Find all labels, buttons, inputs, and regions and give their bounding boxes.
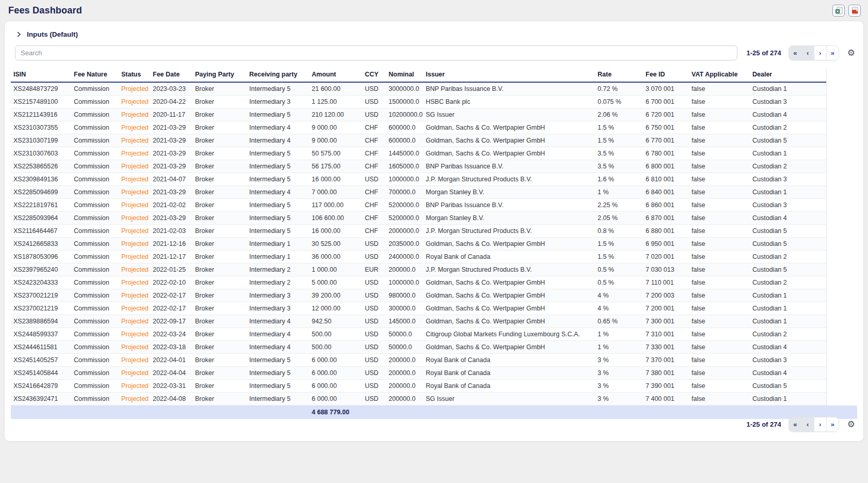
cell-fee-id: 7 390 001 <box>643 379 689 392</box>
column-header-vat-applicable[interactable]: VAT Applicable <box>689 69 750 82</box>
table-row[interactable]: XS2121143916CommissionProjected2020-11-1… <box>11 108 826 121</box>
column-header-fee-nature[interactable]: Fee Nature <box>71 69 119 82</box>
gear-icon: ⚙ <box>847 48 855 58</box>
table-row[interactable]: XS2309849136CommissionProjected2021-04-0… <box>11 173 826 185</box>
column-header-dealer[interactable]: Dealer <box>750 69 826 82</box>
cell-amount: 500.00 <box>309 328 362 340</box>
column-header-fee-date[interactable]: Fee Date <box>150 69 192 82</box>
table-row[interactable]: XS2423204333CommissionProjected2022-02-1… <box>11 276 826 289</box>
table-settings-button[interactable]: ⚙ <box>846 48 856 58</box>
total-amount: 4 688 779.00 <box>11 409 349 416</box>
search-input[interactable] <box>15 45 737 60</box>
table-row[interactable]: XS2389886594CommissionProjected2022-09-1… <box>11 315 826 328</box>
table-settings-button[interactable]: ⚙ <box>846 419 856 430</box>
previous-page-button[interactable]: ‹ <box>801 46 814 60</box>
inputs-section-label: Inputs (Default) <box>27 30 78 38</box>
cell-isin: XS2121143916 <box>11 108 71 121</box>
export-excel-button[interactable] <box>832 5 845 17</box>
table-row[interactable]: XS2310307603CommissionProjected2021-03-2… <box>11 147 826 160</box>
cell-receiving-party: Intermediary 4 <box>247 185 309 198</box>
cell-status: Projected <box>119 237 150 250</box>
gear-icon: ⚙ <box>847 419 855 429</box>
column-header-paying-party[interactable]: Paying Party <box>192 69 247 82</box>
table-row[interactable]: XS2253865526CommissionProjected2021-03-2… <box>11 160 826 173</box>
table-row[interactable]: XS2444611581CommissionProjected2022-03-1… <box>11 340 826 353</box>
first-page-button[interactable]: « <box>789 417 801 431</box>
previous-page-button[interactable]: ‹ <box>801 417 814 431</box>
next-page-button[interactable]: › <box>814 417 826 431</box>
table-row[interactable]: XS1878053096CommissionProjected2021-12-1… <box>11 250 826 263</box>
column-header-fee-id[interactable]: Fee ID <box>643 69 689 82</box>
cell-issuer: Goldman, Sachs & Co. Wertpapier GmbH <box>423 315 595 328</box>
column-header-nominal[interactable]: Nominal <box>386 69 423 82</box>
column-header-rate[interactable]: Rate <box>595 69 643 82</box>
cell-dealer: Custodian 3 <box>750 173 826 185</box>
first-page-button[interactable]: « <box>789 46 801 60</box>
cell-receiving-party: Intermediary 5 <box>247 198 309 211</box>
cell-amount: 56 175.00 <box>309 160 362 173</box>
table-row[interactable]: XS2285094699CommissionProjected2021-03-2… <box>11 185 826 198</box>
cell-rate: 0.65 % <box>595 315 643 328</box>
table-row[interactable]: XS2285093964CommissionProjected2021-03-2… <box>11 211 826 224</box>
pagination-buttons: « ‹ › » <box>789 417 839 432</box>
cell-isin: XS2253865526 <box>11 160 71 173</box>
cell-dealer: Custodian 3 <box>750 95 826 108</box>
column-header-ccy[interactable]: CCY <box>362 69 386 82</box>
next-page-button[interactable]: › <box>814 46 826 60</box>
table-row[interactable]: XS2451405257CommissionProjected2022-04-0… <box>11 353 826 366</box>
column-header-receiving-party[interactable]: Receiving party <box>247 69 309 82</box>
cell-isin: XS2416642879 <box>11 379 71 392</box>
cell-vat-applicable: false <box>689 224 750 237</box>
cell-receiving-party: Intermediary 3 <box>247 289 309 302</box>
cell-amount: 7 000.00 <box>309 185 362 198</box>
cell-issuer: Goldman, Sachs & Co. Wertpapier GmbH <box>423 340 595 353</box>
cell-vat-applicable: false <box>689 147 750 160</box>
cell-status: Projected <box>119 108 150 121</box>
cell-rate: 4 % <box>595 302 643 315</box>
cell-isin: XS2310307199 <box>11 134 71 147</box>
column-header-status[interactable]: Status <box>119 69 150 82</box>
cell-fee-nature: Commission <box>71 237 119 250</box>
table-row[interactable]: XS2370021219CommissionProjected2022-02-1… <box>11 289 826 302</box>
cell-fee-nature: Commission <box>71 160 119 173</box>
table-row[interactable]: XS2436392471CommissionProjected2022-04-0… <box>11 392 826 405</box>
table-row[interactable]: XS2370021219CommissionProjected2022-02-1… <box>11 302 826 315</box>
cell-issuer: SG Issuer <box>423 392 595 405</box>
last-page-button[interactable]: » <box>826 417 839 431</box>
table-row[interactable]: XS2221819761CommissionProjected2021-02-0… <box>11 198 826 211</box>
table-row[interactable]: XS2416642879CommissionProjected2022-03-3… <box>11 379 826 392</box>
last-page-button[interactable]: » <box>826 46 839 60</box>
column-header-issuer[interactable]: Issuer <box>423 69 595 82</box>
cell-receiving-party: Intermediary 5 <box>247 160 309 173</box>
inputs-section-toggle[interactable]: Inputs (Default) <box>11 28 857 45</box>
table-row[interactable]: XS2484873729CommissionProjected2023-03-2… <box>11 82 826 95</box>
cell-paying-party: Broker <box>192 198 247 211</box>
cell-ccy: USD <box>362 353 386 366</box>
cell-fee-nature: Commission <box>71 224 119 237</box>
cell-fee-id: 7 330 001 <box>643 340 689 353</box>
cell-receiving-party: Intermediary 1 <box>247 250 309 263</box>
table-row[interactable]: XS2310307355CommissionProjected2021-03-2… <box>11 121 826 134</box>
table-row[interactable]: XS2157489100CommissionProjected2020-04-2… <box>11 95 826 108</box>
column-header-isin[interactable]: ISIN <box>11 69 71 82</box>
column-header-amount[interactable]: Amount <box>309 69 362 82</box>
table-row[interactable]: XS2310307199CommissionProjected2021-03-2… <box>11 134 826 147</box>
cell-fee-nature: Commission <box>71 315 119 328</box>
table-row[interactable]: XS2116464467CommissionProjected2021-02-0… <box>11 224 826 237</box>
table-row[interactable]: XS2397965240CommissionProjected2022-01-2… <box>11 263 826 276</box>
cell-nominal: 1000000.0 <box>386 276 423 289</box>
cell-rate: 1 % <box>595 185 643 198</box>
cell-fee-id: 3 070 001 <box>643 82 689 95</box>
table-row[interactable]: XS2412665833CommissionProjected2021-12-1… <box>11 237 826 250</box>
cell-isin: XS2310307355 <box>11 121 71 134</box>
cell-rate: 1.5 % <box>595 237 643 250</box>
cell-rate: 1.5 % <box>595 121 643 134</box>
excel-export-icon <box>835 7 843 14</box>
cell-ccy: CHF <box>362 198 386 211</box>
cell-fee-nature: Commission <box>71 392 119 405</box>
export-pdf-button[interactable] <box>848 5 861 17</box>
table-row[interactable]: XS2448599337CommissionProjected2022-03-2… <box>11 328 826 340</box>
table-row[interactable]: XS2451405844CommissionProjected2022-04-0… <box>11 366 826 379</box>
cell-paying-party: Broker <box>192 289 247 302</box>
cell-fee-nature: Commission <box>71 276 119 289</box>
